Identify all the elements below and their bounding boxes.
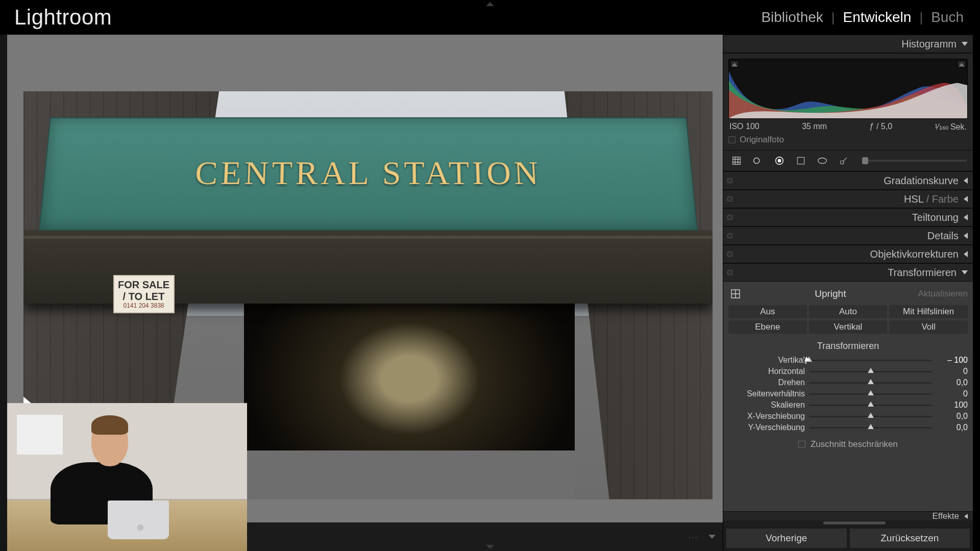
graduated-filter-tool-icon[interactable] xyxy=(794,154,808,168)
histogram-graph[interactable] xyxy=(728,59,968,119)
redeye-tool-icon[interactable] xyxy=(772,154,787,168)
slider-vertical: Vertikal – 100 xyxy=(728,355,968,366)
panel-collapse-top-icon[interactable] xyxy=(486,2,494,6)
transform-sliders-title: Transformieren xyxy=(728,341,968,352)
develop-right-panel: Histogramm ISO 100 35 mm ƒ / 5,0 ¹⁄₁₆₀ S… xyxy=(723,35,973,551)
upright-guided-button[interactable]: Mit Hilfslinien xyxy=(889,305,968,318)
radial-filter-tool-icon[interactable] xyxy=(815,154,829,168)
exif-focal: 35 mm xyxy=(802,122,827,132)
app-title: Lightroom xyxy=(14,5,112,30)
panel-switch-icon[interactable] xyxy=(727,270,732,275)
panel-switch-icon[interactable] xyxy=(727,252,732,257)
slider-rotate: Drehen 0,0 xyxy=(728,377,968,388)
details-header[interactable]: Details xyxy=(723,227,973,245)
slider-aspect-track[interactable] xyxy=(809,393,932,395)
spot-removal-tool-icon[interactable] xyxy=(751,154,765,168)
slider-scale: Skalieren 100 xyxy=(728,399,968,411)
left-panel-collapsed[interactable] xyxy=(0,35,7,551)
exif-shutter: ¹⁄₁₆₀ Sek. xyxy=(935,122,967,132)
module-book[interactable]: Buch xyxy=(926,9,969,26)
module-switcher: Bibliothek | Entwickeln | Buch xyxy=(756,9,969,26)
expand-icon xyxy=(964,514,968,519)
expand-icon xyxy=(964,196,968,202)
constrain-crop-checkbox[interactable] xyxy=(798,441,805,448)
exif-iso: ISO 100 xyxy=(729,122,760,132)
photo-for-sale-sign: FOR SALE / TO LET 0141 204 3838 xyxy=(113,275,175,314)
slider-vertical-track[interactable] xyxy=(809,360,932,361)
slider-horizontal: Horizontal 0 xyxy=(728,366,968,377)
tone-curve-header[interactable]: Gradationskurve xyxy=(723,171,973,190)
upright-mode-segments: Aus Auto Mit Hilfslinien Ebene Vertikal … xyxy=(728,305,968,334)
upright-update-button[interactable]: Aktualisieren xyxy=(918,289,968,299)
expand-icon xyxy=(964,251,968,257)
collapse-icon xyxy=(962,42,968,46)
slider-rotate-track[interactable] xyxy=(809,382,932,384)
brush-tool-icon[interactable] xyxy=(837,154,851,168)
panel-switch-icon[interactable] xyxy=(727,215,732,220)
previous-button[interactable]: Vorherige xyxy=(726,529,847,548)
slider-scale-track[interactable] xyxy=(809,405,932,406)
slider-y-offset: Y-Verschiebung 0,0 xyxy=(728,422,968,433)
upright-auto-button[interactable]: Auto xyxy=(809,305,888,318)
panel-switch-icon[interactable] xyxy=(727,196,732,202)
split-toning-header[interactable]: Teiltonung xyxy=(723,208,973,227)
module-separator: | xyxy=(828,10,838,26)
brush-size-slider[interactable] xyxy=(862,160,967,162)
module-separator: | xyxy=(916,10,926,26)
effects-header[interactable]: Effekte xyxy=(723,511,973,520)
soft-proof-indicator: ⸱⸱⸱ xyxy=(689,533,698,541)
histogram-header[interactable]: Histogramm xyxy=(723,35,973,53)
hsl-header[interactable]: HSL / Farbe xyxy=(723,190,973,208)
image-canvas-area: CENTRAL STATION FOR SALE / TO LET 0141 2… xyxy=(7,35,723,551)
upright-guided-tool-icon[interactable] xyxy=(728,287,743,301)
slider-horizontal-track[interactable] xyxy=(809,371,932,372)
svg-rect-4 xyxy=(797,157,804,164)
collapse-icon xyxy=(962,270,968,274)
slider-y-offset-track[interactable] xyxy=(809,427,932,429)
photo-sign-text: CENTRAL STATION xyxy=(194,154,542,192)
slider-aspect: Seitenverhältnis 0 xyxy=(728,388,968,399)
reset-button[interactable]: Zurücksetzen xyxy=(850,529,970,548)
upright-vertical-button[interactable]: Vertikal xyxy=(809,320,888,334)
upright-label: Upright xyxy=(748,288,913,299)
expand-icon xyxy=(964,214,968,220)
exif-aperture: ƒ / 5,0 xyxy=(870,122,892,132)
crop-tool-icon[interactable] xyxy=(729,154,744,168)
develop-footer: Vorherige Zurücksetzen xyxy=(723,525,973,551)
upright-full-button[interactable]: Voll xyxy=(889,320,968,334)
module-library[interactable]: Bibliothek xyxy=(756,9,828,26)
original-photo-checkbox[interactable] xyxy=(728,136,736,143)
lens-corrections-header[interactable]: Objektivkorrekturen xyxy=(723,245,973,263)
panel-switch-icon[interactable] xyxy=(727,233,732,238)
exif-summary: ISO 100 35 mm ƒ / 5,0 ¹⁄₁₆₀ Sek. xyxy=(728,119,968,132)
toolbar-menu-icon[interactable] xyxy=(708,535,716,539)
module-develop[interactable]: Entwickeln xyxy=(838,9,917,26)
webcam-overlay xyxy=(7,403,247,551)
histogram-panel: ISO 100 35 mm ƒ / 5,0 ¹⁄₁₆₀ Sek. Origina… xyxy=(723,53,973,150)
upright-level-button[interactable]: Ebene xyxy=(728,320,807,334)
panel-switch-icon[interactable] xyxy=(727,178,732,183)
constrain-crop-label: Zuschnitt beschränken xyxy=(811,439,898,449)
panel-scrollbar[interactable] xyxy=(723,520,973,525)
original-photo-label: Originalfoto xyxy=(740,135,784,145)
slider-x-offset: X-Verschiebung 0,0 xyxy=(728,411,968,422)
expand-icon xyxy=(964,233,968,239)
svg-rect-0 xyxy=(733,157,741,165)
upright-off-button[interactable]: Aus xyxy=(728,305,807,318)
transform-header[interactable]: Transformieren xyxy=(723,263,973,282)
svg-point-6 xyxy=(840,161,844,164)
expand-icon xyxy=(964,178,968,184)
svg-point-3 xyxy=(778,159,781,162)
transform-panel: Upright Aktualisieren Aus Auto Mit Hilfs… xyxy=(723,282,973,457)
slider-x-offset-track[interactable] xyxy=(809,416,932,417)
filmstrip-expand-icon[interactable] xyxy=(486,545,494,549)
svg-point-5 xyxy=(818,158,827,164)
develop-toolstrip xyxy=(723,150,973,171)
